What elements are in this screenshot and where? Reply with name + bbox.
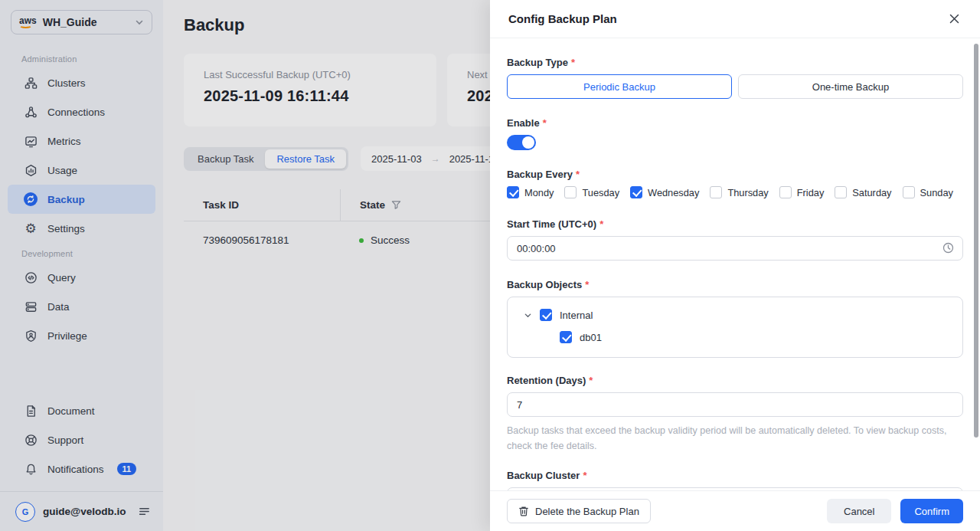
day-checkbox-wednesday[interactable]: Wednesday <box>630 186 699 198</box>
backup-type-label: Backup Type <box>507 57 963 68</box>
drawer-body: Backup Type Periodic Backup One-time Bac… <box>490 38 980 531</box>
backup-every-days: Mondy Tuesday Wednesday Thursday Friday … <box>507 186 963 198</box>
day-checkbox-friday[interactable]: Friday <box>779 186 825 198</box>
checkbox[interactable] <box>507 186 519 198</box>
backup-cluster-label: Backup Cluster <box>507 470 963 481</box>
cancel-button[interactable]: Cancel <box>827 499 891 523</box>
periodic-backup-button[interactable]: Periodic Backup <box>507 74 732 99</box>
checkbox[interactable] <box>560 331 572 343</box>
checkbox[interactable] <box>903 186 915 198</box>
checkbox[interactable] <box>710 186 722 198</box>
config-backup-plan-drawer: Config Backup Plan Backup Type Periodic … <box>490 0 980 531</box>
retention-field <box>507 392 963 417</box>
confirm-button[interactable]: Confirm <box>900 499 963 523</box>
enable-label: Enable <box>507 117 963 129</box>
tree-node-internal[interactable]: Internal <box>520 309 950 321</box>
clock-icon[interactable] <box>942 242 954 254</box>
backup-objects-tree: Internal db01 <box>507 297 963 358</box>
modal-overlay <box>0 0 490 531</box>
trash-icon <box>518 506 529 516</box>
checkbox[interactable] <box>835 186 847 198</box>
tree-node-db01[interactable]: db01 <box>520 331 950 343</box>
drawer-title: Config Backup Plan <box>508 12 617 25</box>
backup-type-options: Periodic Backup One-time Backup <box>507 74 963 99</box>
day-checkbox-thursday[interactable]: Thursday <box>710 186 768 198</box>
day-checkbox-monday[interactable]: Mondy <box>507 186 554 198</box>
start-time-input[interactable] <box>507 236 963 261</box>
checkbox[interactable] <box>779 186 792 198</box>
checkbox[interactable] <box>540 309 552 321</box>
enable-toggle[interactable] <box>507 135 536 150</box>
delete-backup-plan-button[interactable]: Delete the Backup Plan <box>507 499 651 523</box>
retention-label: Retention (Days) <box>507 375 963 386</box>
day-checkbox-saturday[interactable]: Saturday <box>835 186 891 198</box>
drawer-header: Config Backup Plan <box>490 0 980 38</box>
retention-help-text: Backup tasks that exceed the backup vali… <box>507 423 963 454</box>
one-time-backup-button[interactable]: One-time Backup <box>738 74 963 99</box>
drawer-footer: Delete the Backup Plan Cancel Confirm <box>490 490 980 531</box>
start-time-field <box>507 236 963 261</box>
day-checkbox-sunday[interactable]: Sunday <box>903 186 953 198</box>
checkbox[interactable] <box>630 186 642 198</box>
app-root: aws WH_Guide Administration Clusters Con… <box>0 0 980 531</box>
start-time-label: Start Time (UTC+0) <box>507 218 963 230</box>
day-checkbox-tuesday[interactable]: Tuesday <box>564 186 619 198</box>
close-icon[interactable] <box>946 11 962 27</box>
checkbox[interactable] <box>564 186 577 198</box>
drawer-scrollbar-thumb[interactable] <box>974 44 978 438</box>
backup-every-label: Backup Every <box>507 169 963 180</box>
retention-input[interactable] <box>507 392 963 417</box>
backup-objects-label: Backup Objects <box>507 279 963 290</box>
tree-chevron-icon[interactable] <box>524 311 532 320</box>
